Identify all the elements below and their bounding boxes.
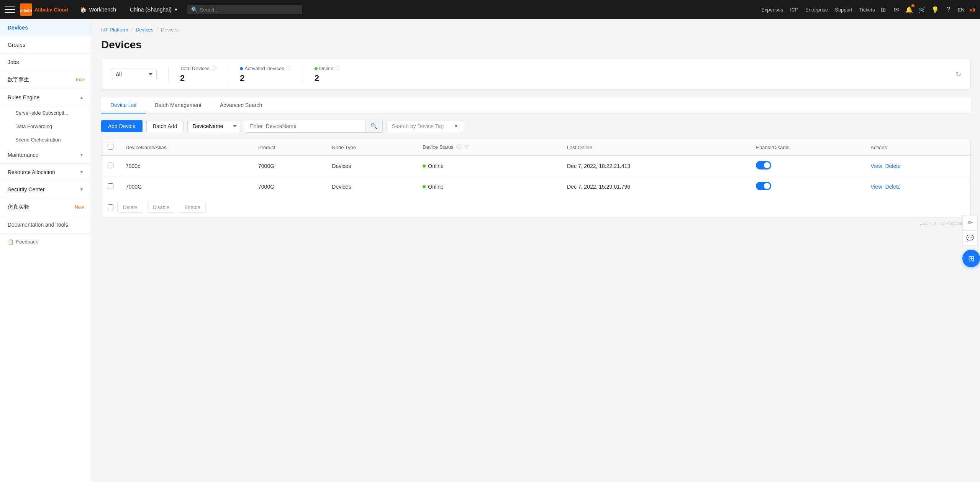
row-2-delete-button[interactable]: Delete bbox=[885, 184, 900, 190]
chat-icon[interactable]: 💬 bbox=[962, 230, 978, 246]
stats-dropdown[interactable]: All bbox=[111, 69, 157, 80]
row-1-toggle[interactable] bbox=[756, 161, 771, 169]
sidebar-item-maintenance[interactable]: Maintenance ▼ bbox=[0, 146, 92, 164]
status-filter-icon[interactable]: ▽ bbox=[464, 144, 468, 150]
sidebar-feedback[interactable]: 📋 Feedback bbox=[0, 234, 92, 250]
stats-bar: All Total Devices ⓘ 2 Activated Devices … bbox=[101, 59, 971, 90]
sidebar-item-data-forwarding[interactable]: Data Forwarding bbox=[8, 120, 92, 133]
logo[interactable]: alibaba Alibaba Cloud bbox=[20, 3, 68, 16]
row-2-device-status: Online bbox=[416, 176, 561, 197]
tag-chevron-icon: ▼ bbox=[454, 123, 459, 129]
row-2-last-online: Dec 7, 2022, 15:29:01.796 bbox=[561, 176, 750, 197]
activated-help-icon[interactable]: ⓘ bbox=[287, 65, 291, 72]
online-help-icon[interactable]: ⓘ bbox=[336, 65, 340, 72]
row-2-checkbox[interactable] bbox=[108, 183, 113, 189]
region-selector[interactable]: China (Shanghai) ▼ bbox=[125, 5, 183, 14]
device-table: DeviceName/Alias Product Node Type Devic… bbox=[101, 139, 971, 218]
search-by-tag-selector[interactable]: Search by Device Tag ▼ bbox=[387, 120, 463, 132]
workbench-link[interactable]: 🏠 Workbench bbox=[75, 5, 121, 14]
page-title: Devices bbox=[101, 39, 971, 51]
batch-disable-button[interactable]: Disable bbox=[147, 202, 175, 213]
batch-checkbox[interactable] bbox=[108, 204, 113, 210]
row-2-toggle[interactable] bbox=[756, 182, 771, 190]
icp-link[interactable]: ICP bbox=[790, 7, 798, 13]
sidebar: Devices Groups Jobs 数字孪生 true Rules Engi… bbox=[0, 19, 92, 482]
bulb-icon[interactable]: 💡 bbox=[931, 6, 939, 13]
notification-icon[interactable]: 🔔 bbox=[905, 6, 913, 13]
sidebar-item-digital-twin[interactable]: 数字孪生 true bbox=[0, 71, 92, 89]
all-selector[interactable]: All bbox=[111, 69, 157, 80]
sidebar-item-rules-engine[interactable]: Rules Engine ▲ bbox=[0, 89, 92, 106]
row-2-view-button[interactable]: View bbox=[870, 184, 882, 190]
online-stat: Online ⓘ 2 bbox=[315, 65, 341, 83]
batch-actions-bar: Delete Disable Enable bbox=[102, 197, 970, 217]
enterprise-link[interactable]: Enterprise bbox=[805, 7, 828, 13]
batch-add-button[interactable]: Batch Add bbox=[146, 120, 184, 132]
hamburger-menu[interactable] bbox=[5, 4, 15, 15]
tickets-link[interactable]: Tickets bbox=[859, 7, 875, 13]
select-all-checkbox[interactable] bbox=[108, 144, 113, 150]
user-avatar[interactable]: ali bbox=[970, 7, 975, 13]
row-1-enable-toggle[interactable] bbox=[750, 156, 864, 176]
search-by-tag-label: Search by Device Tag bbox=[392, 123, 451, 129]
row-1-actions: View Delete bbox=[864, 156, 970, 176]
batch-enable-button[interactable]: Enable bbox=[179, 202, 206, 213]
feedback-icon: 📋 bbox=[8, 239, 14, 245]
help-icon[interactable]: ? bbox=[944, 6, 952, 13]
sidebar-item-devices[interactable]: Devices bbox=[0, 19, 92, 36]
sidebar-item-resource-allocation[interactable]: Resource Allocation ▼ bbox=[0, 164, 92, 181]
table-row: 7000G 7000G Devices Online Dec 7, 2022, … bbox=[102, 176, 970, 197]
tab-device-list[interactable]: Device List bbox=[101, 97, 146, 114]
activated-dot bbox=[240, 67, 243, 70]
breadcrumb-iot-platform[interactable]: IoT Platform bbox=[101, 27, 128, 33]
col-actions: Actions bbox=[864, 139, 970, 156]
row-1-view-button[interactable]: View bbox=[870, 163, 882, 169]
edit-icon[interactable]: ✏ bbox=[962, 215, 978, 230]
device-name-selector[interactable]: DeviceName bbox=[187, 120, 241, 132]
batch-delete-button[interactable]: Delete bbox=[117, 202, 143, 213]
row-1-checkbox[interactable] bbox=[108, 163, 113, 168]
sidebar-item-scene-orchestration[interactable]: Scene Orchestration bbox=[8, 133, 92, 146]
sidebar-item-groups[interactable]: Groups bbox=[0, 36, 92, 54]
expenses-link[interactable]: Expenses bbox=[761, 7, 783, 13]
tab-batch-management[interactable]: Batch Management bbox=[146, 97, 210, 114]
global-search[interactable]: 🔍 bbox=[187, 5, 302, 14]
total-help-icon[interactable]: ⓘ bbox=[212, 65, 216, 72]
status-help-icon[interactable]: ⓘ bbox=[456, 144, 461, 150]
row-2-node-type: Devices bbox=[326, 176, 416, 197]
topnav-icons: ⊞ ✉ 🔔 🛒 💡 ? EN ali bbox=[879, 6, 975, 13]
console-icon[interactable]: ⊞ bbox=[879, 6, 887, 13]
global-search-input[interactable] bbox=[200, 7, 298, 13]
activated-devices-stat: Activated Devices ⓘ 2 bbox=[240, 65, 291, 83]
breadcrumb-current: Devices bbox=[161, 27, 179, 33]
row-1-delete-button[interactable]: Delete bbox=[885, 163, 900, 169]
mail-icon[interactable]: ✉ bbox=[892, 6, 900, 13]
sidebar-item-doc-tools[interactable]: Documentation and Tools bbox=[0, 216, 92, 234]
row-2-product: 7000G bbox=[252, 176, 326, 197]
support-link[interactable]: Support bbox=[835, 7, 852, 13]
col-device-status: Device Status ⓘ ▽ bbox=[416, 139, 561, 156]
device-name-search-input[interactable] bbox=[245, 120, 365, 132]
row-1-last-online: Dec 7, 2022, 18:22:21.413 bbox=[561, 156, 750, 176]
sidebar-item-simulation[interactable]: 仿真实验 New bbox=[0, 198, 92, 216]
row-1-device-status: Online bbox=[416, 156, 561, 176]
tab-advanced-search[interactable]: Advanced Search bbox=[211, 97, 272, 114]
sidebar-item-jobs[interactable]: Jobs bbox=[0, 54, 92, 71]
col-node-type: Node Type bbox=[326, 139, 416, 156]
row-2-enable-toggle[interactable] bbox=[750, 176, 864, 197]
sidebar-item-security-center[interactable]: Security Center ▼ bbox=[0, 181, 92, 198]
breadcrumb-devices[interactable]: Devices bbox=[136, 27, 153, 33]
add-device-button[interactable]: Add Device bbox=[101, 120, 143, 132]
row-1-devicename: 7000c bbox=[120, 156, 252, 176]
topnav-links: Expenses ICP Enterprise Support Tickets bbox=[761, 7, 875, 13]
refresh-button[interactable]: ↻ bbox=[955, 70, 961, 79]
language-selector[interactable]: EN bbox=[957, 7, 964, 13]
device-name-selector-wrap[interactable]: DeviceName bbox=[187, 120, 241, 132]
col-enable-disable: Enable/Disable bbox=[750, 139, 864, 156]
sidebar-item-server-sub[interactable]: Server-side Subscripti... bbox=[8, 106, 92, 120]
search-button[interactable]: 🔍 bbox=[365, 120, 382, 132]
breadcrumb: IoT Platform / Devices / Devices bbox=[101, 27, 971, 33]
cart-icon[interactable]: 🛒 bbox=[918, 6, 926, 13]
row-1-product: 7000G bbox=[252, 156, 326, 176]
fab-grid-button[interactable]: ⊞ bbox=[962, 250, 980, 267]
